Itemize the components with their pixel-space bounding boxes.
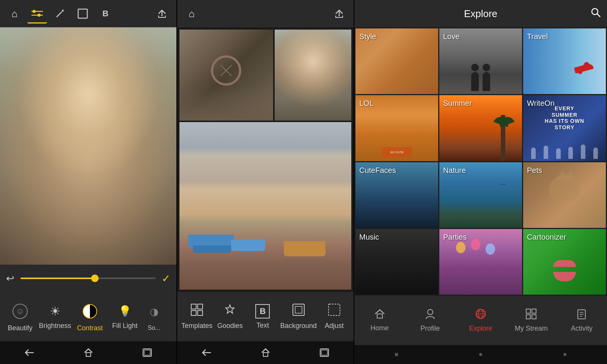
category-travel[interactable]: Travel [523,28,606,94]
cutefaces-label: CuteFaces [359,166,396,175]
category-style[interactable]: Style [355,28,438,94]
collage-row-2 [179,122,351,290]
nav-adjust[interactable]: Adjust [319,296,349,337]
explore-nav-profile[interactable]: Profile [411,300,449,341]
svg-rect-18 [198,311,203,315]
mystream-icon [525,308,537,322]
collage-row-1 [179,30,351,121]
svg-line-4 [57,12,62,17]
undo-button[interactable]: ↩ [6,273,14,284]
collage-cell-boats[interactable] [179,122,351,290]
tool-brightness[interactable]: ☀ Brightness [38,296,72,337]
writeon-text-display: EVERY SUMMERHAS ITS OWNSTORY [544,105,585,131]
category-pets[interactable]: Pets [523,162,606,228]
brightness-label: Brightness [39,322,71,330]
text-icon: B [255,304,270,318]
tool-contrast[interactable]: Contrast [73,296,107,337]
summer-label: Summer [443,99,472,108]
tools-bar: ☺ Beautify ☀ Brightness Contrast 💡 Fill … [0,292,176,341]
back-button-1[interactable] [20,345,39,360]
confirm-button[interactable]: ✓ [162,272,170,285]
category-cutefaces[interactable]: CuteFaces [355,162,438,228]
wand-icon[interactable] [50,4,70,24]
background-icon [292,303,305,319]
pets-label: Pets [527,166,542,175]
explore-title: Explore [464,8,497,20]
bold-icon[interactable]: B [96,4,115,24]
svg-rect-35 [526,309,530,313]
home-icon[interactable]: ⌂ [5,4,24,24]
home-button-2[interactable] [256,345,275,360]
explore-categories-grid: Style Love Travel [354,27,607,296]
explore-globe-icon [475,308,486,322]
search-button[interactable] [590,7,601,20]
tool-beautify[interactable]: ☺ Beautify [3,296,37,337]
photo-editor-panel: ⌂ B [0,0,177,364]
explore-nav-mystream[interactable]: My Stream [512,300,550,341]
lol-label: LOL [359,99,374,108]
text-label: Text [256,322,269,329]
activity-icon [577,308,587,322]
sliders-icon[interactable] [27,4,47,24]
category-cartoonizer[interactable]: Cartoonizer [523,229,606,295]
nature-label: Nature [443,166,466,175]
system-nav-1 [0,341,176,364]
svg-rect-15 [191,304,196,309]
adjust-icon [328,303,341,319]
recents-button-1[interactable] [138,345,157,360]
svg-rect-16 [198,304,203,309]
category-summer[interactable]: Summer [439,95,522,161]
portrait-overlay [0,27,176,265]
collage-top-bar: ⌂ [177,0,354,27]
explore-nav-home[interactable]: Home [361,300,399,341]
tool-filllight[interactable]: 💡 Fill Light [108,296,142,337]
collage-cell-girl[interactable] [275,30,351,121]
collage-cell-bike[interactable] [179,30,273,121]
filllight-icon: 💡 [117,304,132,319]
home-button-1[interactable] [79,345,98,360]
nav-templates[interactable]: Templates [181,296,212,337]
svg-rect-23 [263,353,268,356]
category-lol[interactable]: LOL SO CUTE [355,95,438,161]
svg-line-27 [597,14,600,17]
collage-home-icon[interactable]: ⌂ [182,4,201,24]
explore-panel: Explore Style Love [354,0,607,364]
nav-goodies[interactable]: Goodies [215,296,245,337]
svg-rect-11 [86,353,91,356]
svg-rect-19 [293,304,304,315]
adjust-label: Adjust [325,322,344,330]
photo-preview [0,27,176,265]
explore-nav-explore[interactable]: Explore [462,300,500,341]
category-nature[interactable]: Nature 〰 [439,162,522,228]
category-parties[interactable]: Parties [439,229,522,295]
adjustment-slider[interactable] [20,278,156,279]
explore-home-icon [374,309,385,322]
category-writeon[interactable]: WriteOn EVERY SUMMERHAS ITS OWNSTORY [523,95,606,161]
svg-rect-36 [532,309,536,313]
svg-rect-38 [532,315,536,319]
svg-point-26 [592,9,598,15]
svg-point-29 [428,309,433,315]
back-button-2[interactable] [197,345,216,360]
svg-rect-28 [377,314,382,318]
explore-nav-activity[interactable]: Activity [563,300,601,341]
parties-label: Parties [443,233,467,242]
frame-icon[interactable] [73,4,93,24]
collage-bottom-nav: Templates Goodies B Text Backg [177,292,354,341]
system-nav-2 [177,341,354,364]
category-music[interactable]: Music [355,229,438,295]
nav-text[interactable]: B Text [247,296,278,337]
background-label: Background [280,322,317,330]
contrast-label: Contrast [77,324,103,332]
collage-share-icon[interactable] [329,4,349,24]
category-love[interactable]: Love [439,28,522,94]
goodies-icon [223,303,236,319]
svg-rect-21 [329,304,340,315]
tool-shadow[interactable]: ◑ So... [143,296,165,337]
templates-icon [190,303,203,319]
nav-background[interactable]: Background [280,296,317,337]
svg-rect-17 [191,311,196,315]
explore-label: Explore [469,325,492,333]
recents-button-2[interactable] [315,345,334,360]
share-icon[interactable] [152,4,172,24]
